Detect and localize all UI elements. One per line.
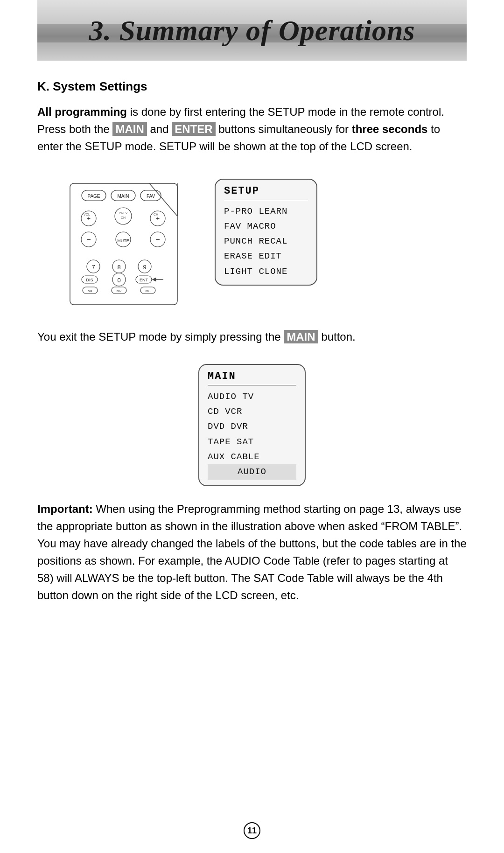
para2-text2: button. (318, 330, 356, 343)
bold-all-programming: All programming (37, 105, 127, 118)
svg-text:8: 8 (117, 264, 120, 271)
setup-lcd-screen: SETUP P-PRO LEARN FAV MACRO PUNCH RECAL … (215, 179, 317, 286)
important-rest: When using the Preprogramming method sta… (37, 503, 467, 602)
svg-text:CH: CH (154, 213, 158, 216)
svg-text:DIS: DIS (86, 278, 93, 282)
main-highlight-1: MAIN (112, 122, 147, 136)
svg-text:PREV: PREV (119, 211, 127, 215)
main-lcd-screen: MAIN AUDIO TV CD VCR DVD DVR TAPE SAT AU… (198, 364, 306, 486)
setup-lcd-title: SETUP (224, 185, 308, 200)
setup-lcd-row-2: PUNCH RECAL (224, 234, 308, 249)
main-lcd-title: MAIN (208, 371, 296, 385)
body-paragraph-1: All programming is done by first enterin… (37, 103, 467, 155)
diagrams-row-1: PAGE MAIN FAV + VOL PREV CH + CH (56, 169, 467, 314)
enter-highlight: ENTER (172, 122, 215, 136)
setup-lcd-row-4: LIGHT CLONE (224, 264, 308, 279)
main-highlight-2: MAIN (284, 330, 318, 343)
main-lcd-row-3: TAPE SAT (208, 434, 296, 449)
main-lcd-row-4: AUX CABLE (208, 449, 296, 464)
page-title: 3. Summary of Operations (89, 14, 415, 47)
page-number: 11 (244, 822, 260, 839)
para2-text1: You exit the SETUP mode by simply pressi… (37, 330, 284, 343)
svg-text:M2: M2 (116, 289, 122, 293)
bold-three-seconds: three seconds (352, 123, 428, 135)
svg-text:7: 7 (91, 264, 95, 271)
para1-rest2: and (147, 123, 172, 135)
svg-text:MUTE: MUTE (117, 238, 129, 243)
header-banner: 3. Summary of Operations (37, 0, 467, 61)
page-container: 3. Summary of Operations K. System Setti… (0, 0, 504, 853)
svg-text:PAGE: PAGE (87, 194, 100, 199)
main-lcd-row-0: AUDIO TV (208, 389, 296, 404)
remote-control-diagram: PAGE MAIN FAV + VOL PREV CH + CH (56, 169, 187, 314)
svg-line-1 (149, 183, 177, 216)
remote-svg: PAGE MAIN FAV + VOL PREV CH + CH (56, 169, 187, 314)
svg-text:−: − (86, 236, 91, 244)
body-paragraph-2: You exit the SETUP mode by simply pressi… (37, 328, 467, 345)
svg-text:0: 0 (117, 277, 120, 284)
svg-rect-0 (70, 183, 177, 305)
para1-rest3: buttons simultaneously for (216, 123, 352, 135)
svg-text:9: 9 (143, 264, 146, 271)
important-bold: Important: (37, 503, 93, 515)
section-heading: K. System Settings (37, 79, 467, 94)
svg-text:MAIN: MAIN (118, 194, 129, 199)
svg-text:M1: M1 (87, 289, 93, 293)
main-lcd-container: MAIN AUDIO TV CD VCR DVD DVR TAPE SAT AU… (37, 355, 467, 486)
svg-text:M3: M3 (145, 289, 151, 293)
important-paragraph: Important: When using the Preprogramming… (37, 500, 467, 604)
setup-lcd-row-3: ERASE EDIT (224, 249, 308, 264)
main-lcd-row-2: DVD DVR (208, 419, 296, 434)
svg-text:VOL: VOL (84, 213, 90, 216)
main-lcd-row-1: CD VCR (208, 404, 296, 419)
svg-text:ENT: ENT (140, 278, 148, 282)
svg-text:−: − (155, 236, 160, 244)
setup-lcd-row-1: FAV MACRO (224, 219, 308, 234)
setup-lcd-row-0: P-PRO LEARN (224, 204, 308, 219)
svg-text:CH: CH (121, 216, 126, 219)
main-lcd-bottom-row: AUDIO (208, 464, 296, 479)
svg-text:FAV: FAV (147, 194, 155, 199)
